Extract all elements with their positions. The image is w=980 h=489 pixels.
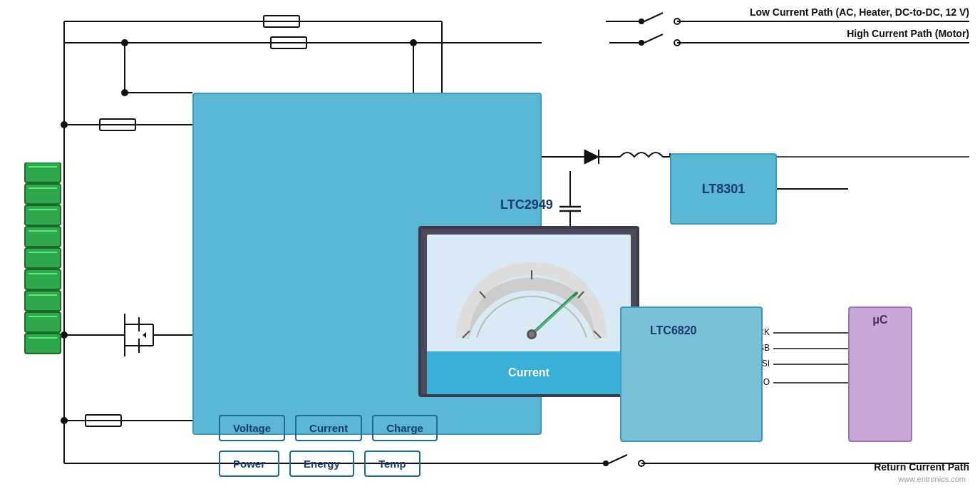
power-button[interactable]: Power (219, 451, 279, 477)
current-button[interactable]: Current (295, 415, 362, 441)
charge-button[interactable]: Charge (372, 415, 438, 441)
ltc2949-label: LTC2949 (500, 197, 553, 212)
meter-display: Current (418, 226, 639, 397)
svg-point-15 (639, 40, 644, 46)
lt8301-chip: LT8301 (670, 153, 777, 225)
voltage-button[interactable]: Voltage (219, 415, 285, 441)
temp-button[interactable]: Temp (364, 451, 421, 477)
high-current-path-label: High Current Path (Motor) (847, 28, 969, 39)
svg-rect-93 (25, 291, 61, 311)
svg-line-16 (644, 34, 663, 43)
button-row-1: Voltage Current Charge (219, 415, 438, 441)
svg-point-5 (639, 19, 644, 24)
meter-face: Current (427, 235, 631, 394)
meter-current-display: Current (427, 351, 631, 394)
button-row-2: Power Energy Temp (219, 451, 421, 477)
svg-rect-87 (25, 163, 61, 182)
svg-rect-94 (25, 312, 61, 332)
svg-rect-89 (25, 205, 61, 225)
svg-rect-90 (25, 227, 61, 247)
energy-button[interactable]: Energy (289, 451, 354, 477)
svg-point-71 (61, 417, 68, 424)
circuit-diagram: Low Current Path (AC, Heater, DC-to-DC, … (0, 0, 980, 489)
uc-chip: μC (848, 307, 912, 442)
svg-line-6 (644, 13, 663, 21)
svg-marker-26 (584, 150, 599, 164)
low-current-path-label: Low Current Path (AC, Heater, DC-to-DC, … (750, 6, 969, 18)
svg-point-113 (529, 331, 535, 337)
svg-point-24 (410, 39, 417, 46)
watermark: www.entronics.com (898, 475, 966, 483)
ltc2949-chip: LTC2949 (192, 93, 542, 435)
battery (21, 163, 64, 362)
lt8301-label: LT8301 (702, 182, 746, 197)
uc-label: μC (872, 314, 887, 326)
svg-rect-92 (25, 269, 61, 289)
ltc6820-label: LTC6820 (650, 324, 697, 337)
svg-rect-88 (25, 184, 61, 204)
meter-current-label: Current (508, 366, 550, 379)
svg-rect-95 (25, 334, 61, 354)
svg-line-49 (609, 455, 627, 463)
svg-marker-67 (143, 332, 146, 338)
svg-line-111 (532, 297, 573, 334)
svg-rect-91 (25, 248, 61, 268)
svg-point-48 (603, 460, 609, 466)
